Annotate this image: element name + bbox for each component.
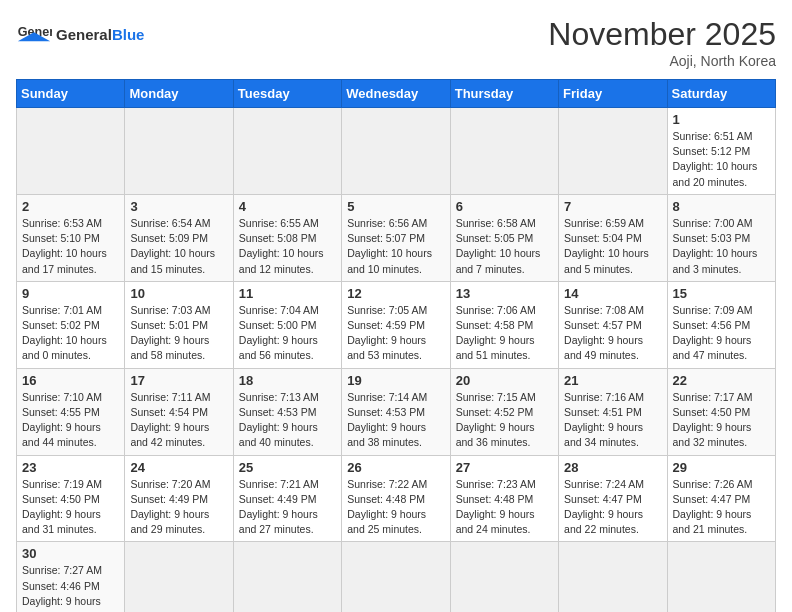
title-block: November 2025 Aoji, North Korea	[548, 16, 776, 69]
col-header-friday: Friday	[559, 80, 667, 108]
calendar-cell: 17Sunrise: 7:11 AM Sunset: 4:54 PM Dayli…	[125, 368, 233, 455]
calendar-cell	[450, 108, 558, 195]
col-header-sunday: Sunday	[17, 80, 125, 108]
day-info: Sunrise: 7:14 AM Sunset: 4:53 PM Dayligh…	[347, 390, 444, 451]
day-info: Sunrise: 7:00 AM Sunset: 5:03 PM Dayligh…	[673, 216, 770, 277]
calendar-cell: 18Sunrise: 7:13 AM Sunset: 4:53 PM Dayli…	[233, 368, 341, 455]
calendar-cell: 11Sunrise: 7:04 AM Sunset: 5:00 PM Dayli…	[233, 281, 341, 368]
day-number: 5	[347, 199, 444, 214]
day-info: Sunrise: 7:13 AM Sunset: 4:53 PM Dayligh…	[239, 390, 336, 451]
calendar-week-row: 23Sunrise: 7:19 AM Sunset: 4:50 PM Dayli…	[17, 455, 776, 542]
day-info: Sunrise: 7:08 AM Sunset: 4:57 PM Dayligh…	[564, 303, 661, 364]
day-info: Sunrise: 7:19 AM Sunset: 4:50 PM Dayligh…	[22, 477, 119, 538]
calendar-cell: 30Sunrise: 7:27 AM Sunset: 4:46 PM Dayli…	[17, 542, 125, 612]
day-number: 19	[347, 373, 444, 388]
day-number: 13	[456, 286, 553, 301]
day-number: 24	[130, 460, 227, 475]
calendar-cell	[342, 108, 450, 195]
calendar-cell: 20Sunrise: 7:15 AM Sunset: 4:52 PM Dayli…	[450, 368, 558, 455]
calendar-cell: 8Sunrise: 7:00 AM Sunset: 5:03 PM Daylig…	[667, 194, 775, 281]
day-number: 7	[564, 199, 661, 214]
day-number: 8	[673, 199, 770, 214]
calendar-week-row: 30Sunrise: 7:27 AM Sunset: 4:46 PM Dayli…	[17, 542, 776, 612]
calendar-cell	[233, 542, 341, 612]
month-title: November 2025	[548, 16, 776, 53]
day-number: 11	[239, 286, 336, 301]
day-number: 14	[564, 286, 661, 301]
day-info: Sunrise: 7:06 AM Sunset: 4:58 PM Dayligh…	[456, 303, 553, 364]
day-info: Sunrise: 7:15 AM Sunset: 4:52 PM Dayligh…	[456, 390, 553, 451]
calendar-cell: 16Sunrise: 7:10 AM Sunset: 4:55 PM Dayli…	[17, 368, 125, 455]
day-info: Sunrise: 7:26 AM Sunset: 4:47 PM Dayligh…	[673, 477, 770, 538]
day-info: Sunrise: 6:58 AM Sunset: 5:05 PM Dayligh…	[456, 216, 553, 277]
day-info: Sunrise: 6:53 AM Sunset: 5:10 PM Dayligh…	[22, 216, 119, 277]
day-number: 22	[673, 373, 770, 388]
day-number: 4	[239, 199, 336, 214]
logo-icon: General	[16, 16, 52, 52]
col-header-tuesday: Tuesday	[233, 80, 341, 108]
col-header-wednesday: Wednesday	[342, 80, 450, 108]
day-number: 10	[130, 286, 227, 301]
calendar-cell: 5Sunrise: 6:56 AM Sunset: 5:07 PM Daylig…	[342, 194, 450, 281]
calendar-week-row: 16Sunrise: 7:10 AM Sunset: 4:55 PM Dayli…	[17, 368, 776, 455]
calendar-cell	[559, 542, 667, 612]
day-info: Sunrise: 7:11 AM Sunset: 4:54 PM Dayligh…	[130, 390, 227, 451]
calendar-cell: 22Sunrise: 7:17 AM Sunset: 4:50 PM Dayli…	[667, 368, 775, 455]
day-info: Sunrise: 7:20 AM Sunset: 4:49 PM Dayligh…	[130, 477, 227, 538]
calendar-table: SundayMondayTuesdayWednesdayThursdayFrid…	[16, 79, 776, 612]
calendar-cell: 6Sunrise: 6:58 AM Sunset: 5:05 PM Daylig…	[450, 194, 558, 281]
day-info: Sunrise: 6:55 AM Sunset: 5:08 PM Dayligh…	[239, 216, 336, 277]
calendar-week-row: 1Sunrise: 6:51 AM Sunset: 5:12 PM Daylig…	[17, 108, 776, 195]
calendar-cell: 10Sunrise: 7:03 AM Sunset: 5:01 PM Dayli…	[125, 281, 233, 368]
calendar-week-row: 9Sunrise: 7:01 AM Sunset: 5:02 PM Daylig…	[17, 281, 776, 368]
day-number: 18	[239, 373, 336, 388]
day-number: 21	[564, 373, 661, 388]
calendar-cell: 27Sunrise: 7:23 AM Sunset: 4:48 PM Dayli…	[450, 455, 558, 542]
day-number: 9	[22, 286, 119, 301]
day-info: Sunrise: 7:23 AM Sunset: 4:48 PM Dayligh…	[456, 477, 553, 538]
calendar-cell	[233, 108, 341, 195]
calendar-cell: 29Sunrise: 7:26 AM Sunset: 4:47 PM Dayli…	[667, 455, 775, 542]
calendar-cell: 7Sunrise: 6:59 AM Sunset: 5:04 PM Daylig…	[559, 194, 667, 281]
logo-text: GeneralBlue	[56, 26, 144, 43]
calendar-cell: 9Sunrise: 7:01 AM Sunset: 5:02 PM Daylig…	[17, 281, 125, 368]
day-info: Sunrise: 7:21 AM Sunset: 4:49 PM Dayligh…	[239, 477, 336, 538]
day-number: 12	[347, 286, 444, 301]
day-number: 17	[130, 373, 227, 388]
calendar-cell	[667, 542, 775, 612]
day-number: 28	[564, 460, 661, 475]
day-number: 20	[456, 373, 553, 388]
day-info: Sunrise: 7:24 AM Sunset: 4:47 PM Dayligh…	[564, 477, 661, 538]
calendar-cell	[559, 108, 667, 195]
calendar-cell: 26Sunrise: 7:22 AM Sunset: 4:48 PM Dayli…	[342, 455, 450, 542]
logo: General GeneralBlue	[16, 16, 144, 52]
calendar-cell	[450, 542, 558, 612]
day-number: 3	[130, 199, 227, 214]
calendar-cell: 1Sunrise: 6:51 AM Sunset: 5:12 PM Daylig…	[667, 108, 775, 195]
calendar-header-row: SundayMondayTuesdayWednesdayThursdayFrid…	[17, 80, 776, 108]
calendar-cell: 21Sunrise: 7:16 AM Sunset: 4:51 PM Dayli…	[559, 368, 667, 455]
day-number: 15	[673, 286, 770, 301]
day-number: 23	[22, 460, 119, 475]
page-header: General GeneralBlue November 2025 Aoji, …	[16, 16, 776, 69]
day-info: Sunrise: 6:56 AM Sunset: 5:07 PM Dayligh…	[347, 216, 444, 277]
col-header-saturday: Saturday	[667, 80, 775, 108]
calendar-cell	[125, 108, 233, 195]
col-header-thursday: Thursday	[450, 80, 558, 108]
day-info: Sunrise: 7:16 AM Sunset: 4:51 PM Dayligh…	[564, 390, 661, 451]
col-header-monday: Monday	[125, 80, 233, 108]
day-number: 27	[456, 460, 553, 475]
day-number: 30	[22, 546, 119, 561]
calendar-cell: 15Sunrise: 7:09 AM Sunset: 4:56 PM Dayli…	[667, 281, 775, 368]
calendar-week-row: 2Sunrise: 6:53 AM Sunset: 5:10 PM Daylig…	[17, 194, 776, 281]
day-number: 6	[456, 199, 553, 214]
day-info: Sunrise: 7:05 AM Sunset: 4:59 PM Dayligh…	[347, 303, 444, 364]
day-info: Sunrise: 7:01 AM Sunset: 5:02 PM Dayligh…	[22, 303, 119, 364]
calendar-cell: 12Sunrise: 7:05 AM Sunset: 4:59 PM Dayli…	[342, 281, 450, 368]
calendar-cell	[125, 542, 233, 612]
day-info: Sunrise: 7:09 AM Sunset: 4:56 PM Dayligh…	[673, 303, 770, 364]
day-info: Sunrise: 6:59 AM Sunset: 5:04 PM Dayligh…	[564, 216, 661, 277]
day-number: 29	[673, 460, 770, 475]
calendar-cell: 4Sunrise: 6:55 AM Sunset: 5:08 PM Daylig…	[233, 194, 341, 281]
day-info: Sunrise: 7:04 AM Sunset: 5:00 PM Dayligh…	[239, 303, 336, 364]
